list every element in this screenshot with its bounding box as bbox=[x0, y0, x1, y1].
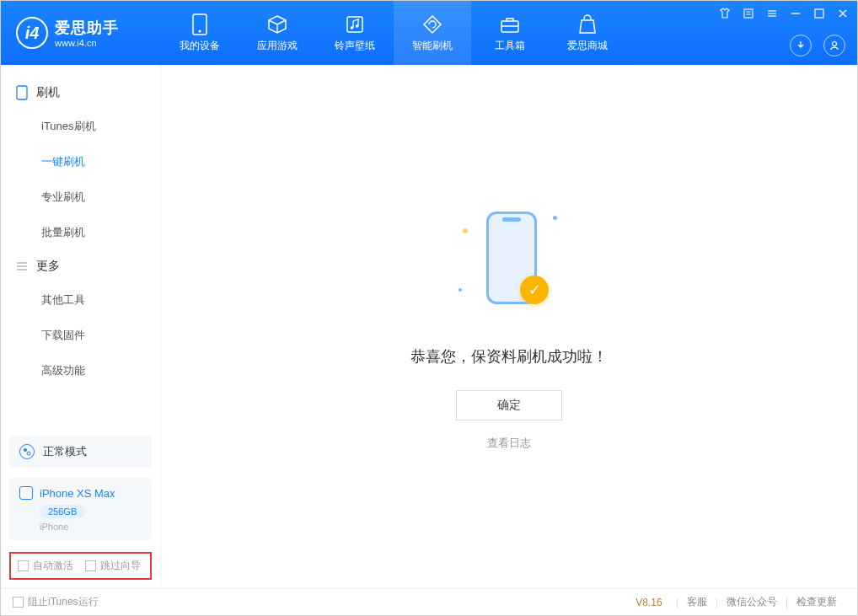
sidebar-section-flash: 刷机 bbox=[1, 77, 160, 109]
success-message: 恭喜您，保资料刷机成功啦！ bbox=[410, 346, 608, 367]
cube-icon bbox=[266, 13, 288, 35]
header: i4 爱思助手 www.i4.cn 我的设备 应用游戏 铃声壁纸 智能刷机 bbox=[1, 1, 857, 65]
nav-label: 爱思商城 bbox=[567, 39, 608, 53]
checkbox-skip-guide[interactable]: 跳过向导 bbox=[85, 559, 141, 573]
close-icon[interactable] bbox=[835, 6, 850, 21]
user-icon[interactable] bbox=[823, 35, 845, 56]
check-badge-icon: ✓ bbox=[520, 276, 549, 304]
checkbox-label: 阻止iTunes运行 bbox=[28, 595, 99, 609]
nav-label: 我的设备 bbox=[180, 39, 220, 53]
app-subtitle: www.i4.cn bbox=[55, 38, 119, 48]
success-illustration: ✓ bbox=[454, 203, 564, 321]
device-small-icon bbox=[19, 486, 33, 500]
nav-store[interactable]: 爱思商城 bbox=[549, 1, 626, 65]
toolbox-icon bbox=[499, 13, 521, 35]
device-box[interactable]: iPhone XS Max 256GB iPhone bbox=[9, 478, 152, 540]
mode-label: 正常模式 bbox=[43, 444, 87, 459]
sidebar-item-oneclick[interactable]: 一键刷机 bbox=[1, 144, 160, 179]
nav-toolbox[interactable]: 工具箱 bbox=[471, 1, 549, 65]
device-icon bbox=[189, 13, 211, 35]
mode-icon bbox=[19, 444, 35, 459]
sidebar: 刷机 iTunes刷机 一键刷机 专业刷机 批量刷机 更多 其他工具 下载固件 … bbox=[1, 65, 161, 588]
section-label: 刷机 bbox=[36, 85, 60, 100]
nav-label: 应用游戏 bbox=[257, 39, 298, 53]
checkbox-icon bbox=[13, 597, 24, 608]
footer: 阻止iTunes运行 V8.16 | 客服 | 微信公众号 | 检查更新 bbox=[1, 588, 857, 615]
svg-point-16 bbox=[833, 42, 837, 46]
top-nav: 我的设备 应用游戏 铃声壁纸 智能刷机 工具箱 爱思商城 bbox=[161, 1, 626, 65]
device-type: iPhone bbox=[40, 522, 142, 532]
svg-point-21 bbox=[24, 448, 27, 452]
footer-link-support[interactable]: 客服 bbox=[678, 595, 716, 609]
view-log-link[interactable]: 查看日志 bbox=[487, 436, 531, 451]
logo-text: 爱思助手 www.i4.cn bbox=[55, 18, 119, 48]
sidebar-item-firmware[interactable]: 下载固件 bbox=[1, 318, 160, 353]
svg-rect-17 bbox=[17, 86, 27, 99]
shirt-icon[interactable] bbox=[717, 6, 732, 21]
window-controls bbox=[717, 6, 850, 21]
download-icon[interactable] bbox=[790, 35, 812, 56]
checkbox-block-itunes[interactable]: 阻止iTunes运行 bbox=[13, 595, 99, 609]
footer-link-update[interactable]: 检查更新 bbox=[788, 595, 845, 609]
main-content: ✓ 恭喜您，保资料刷机成功啦！ 确定 查看日志 bbox=[161, 65, 857, 588]
sidebar-section-more: 更多 bbox=[1, 250, 160, 282]
nav-ringtones[interactable]: 铃声壁纸 bbox=[316, 1, 394, 65]
section-label: 更多 bbox=[36, 259, 60, 274]
music-icon bbox=[344, 13, 366, 35]
phone-icon bbox=[16, 85, 28, 100]
checkbox-label: 自动激活 bbox=[33, 559, 73, 573]
options-row: 自动激活 跳过向导 bbox=[9, 552, 152, 580]
version-label: V8.16 bbox=[635, 597, 662, 608]
sidebar-item-batch[interactable]: 批量刷机 bbox=[1, 215, 160, 250]
list-icon bbox=[16, 260, 28, 272]
note-icon[interactable] bbox=[741, 6, 756, 21]
checkbox-icon bbox=[85, 560, 96, 571]
logo-icon: i4 bbox=[16, 17, 48, 49]
svg-point-4 bbox=[356, 24, 359, 28]
footer-link-wechat[interactable]: 微信公众号 bbox=[718, 595, 786, 609]
ok-button[interactable]: 确定 bbox=[456, 390, 562, 420]
nav-label: 智能刷机 bbox=[412, 39, 453, 53]
body: 刷机 iTunes刷机 一键刷机 专业刷机 批量刷机 更多 其他工具 下载固件 … bbox=[1, 65, 857, 588]
device-name: iPhone XS Max bbox=[40, 487, 115, 500]
nav-flash[interactable]: 智能刷机 bbox=[394, 1, 471, 65]
sidebar-item-advanced[interactable]: 高级功能 bbox=[1, 353, 160, 388]
refresh-icon bbox=[421, 13, 443, 35]
checkbox-icon bbox=[18, 560, 29, 571]
app-window: i4 爱思助手 www.i4.cn 我的设备 应用游戏 铃声壁纸 智能刷机 bbox=[0, 0, 858, 616]
checkbox-auto-activate[interactable]: 自动激活 bbox=[18, 559, 73, 573]
checkbox-label: 跳过向导 bbox=[100, 559, 141, 573]
app-title: 爱思助手 bbox=[55, 18, 119, 38]
svg-rect-6 bbox=[744, 9, 753, 18]
svg-point-22 bbox=[27, 452, 30, 455]
nav-apps[interactable]: 应用游戏 bbox=[239, 1, 316, 65]
nav-label: 铃声壁纸 bbox=[335, 39, 375, 53]
sidebar-item-itunes[interactable]: iTunes刷机 bbox=[1, 109, 160, 144]
header-right bbox=[790, 35, 845, 56]
sidebar-item-pro[interactable]: 专业刷机 bbox=[1, 179, 160, 215]
menu-icon[interactable] bbox=[764, 6, 780, 21]
logo[interactable]: i4 爱思助手 www.i4.cn bbox=[1, 17, 161, 49]
svg-point-3 bbox=[351, 26, 354, 29]
svg-rect-13 bbox=[815, 9, 823, 18]
svg-point-1 bbox=[199, 29, 201, 32]
sidebar-item-other[interactable]: 其他工具 bbox=[1, 282, 160, 318]
mode-box[interactable]: 正常模式 bbox=[9, 436, 152, 468]
device-capacity: 256GB bbox=[40, 505, 85, 518]
bag-icon bbox=[576, 13, 598, 35]
maximize-icon[interactable] bbox=[812, 6, 827, 21]
svg-rect-2 bbox=[347, 17, 362, 32]
nav-label: 工具箱 bbox=[495, 39, 525, 53]
minimize-icon[interactable] bbox=[788, 6, 803, 21]
nav-my-device[interactable]: 我的设备 bbox=[161, 1, 239, 65]
